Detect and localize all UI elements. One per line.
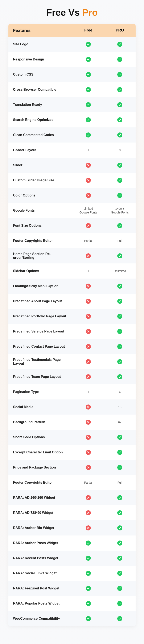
pro-cell [104, 312, 135, 320]
check-icon [86, 102, 91, 107]
pro-cell [104, 614, 135, 623]
feature-name: RARA: AD 728*90 Widget [9, 511, 73, 515]
pro-cell [104, 433, 135, 442]
check-icon [86, 42, 91, 47]
check-icon [86, 132, 91, 138]
pro-cell: 8 [104, 146, 135, 154]
feature-name: Font Size Options [9, 224, 73, 228]
check-icon [117, 616, 122, 621]
table-row: Header Layout18 [9, 142, 135, 158]
table-row: Font Size Options [9, 218, 135, 233]
free-cell [73, 599, 104, 608]
pro-cell [104, 508, 135, 517]
free-cell [73, 342, 104, 351]
feature-name: Color Options [9, 194, 73, 197]
table-row: Short Code Options [9, 430, 135, 445]
check-icon [86, 571, 91, 576]
pro-cell [104, 116, 135, 124]
check-icon [117, 435, 122, 440]
feature-name: Header Layout [9, 148, 73, 152]
check-icon [117, 571, 122, 576]
cross-icon [86, 329, 91, 334]
cross-icon [86, 299, 91, 304]
pro-cell [104, 86, 135, 94]
free-cell [73, 282, 104, 290]
cross-icon [86, 344, 91, 349]
check-icon [117, 57, 122, 62]
table-row: Predefined Contact Page Layout [9, 339, 135, 354]
table-row: WooCommerce Compatibility [9, 611, 135, 626]
free-cell [73, 463, 104, 472]
free-cell [73, 312, 104, 320]
cross-icon [86, 253, 91, 258]
free-cell [73, 569, 104, 578]
free-cell [73, 222, 104, 230]
comparison-table: Features Free PRO Site LogoResponsive De… [9, 24, 135, 626]
pro-value: 8 [119, 148, 121, 152]
check-icon [86, 601, 91, 606]
table-row: Background Pattern67 [9, 414, 135, 430]
feature-name: Floating/Sticky Menu Option [9, 284, 73, 288]
check-icon [117, 329, 122, 334]
feature-name: Predefined Contact Page Layout [9, 345, 73, 348]
check-icon [86, 57, 91, 62]
free-cell [73, 584, 104, 592]
header-free: Free [73, 26, 104, 34]
pro-value: 4 [119, 390, 121, 394]
pro-cell [104, 554, 135, 562]
check-icon [117, 178, 122, 183]
title-part1: Free Vs [46, 7, 82, 18]
table-row: Predefined Portfolio Page Layout [9, 309, 135, 324]
cross-icon [86, 284, 91, 288]
pro-cell: Full [104, 479, 135, 486]
check-icon [86, 586, 91, 591]
table-row: Excerpt Character Limit Option [9, 445, 135, 460]
free-cell [73, 448, 104, 456]
table-row: Google FontsLimited Google Fonts1400 + G… [9, 203, 135, 218]
feature-name: WooCommerce Compatibility [9, 617, 73, 620]
free-cell: Limited Google Fonts [73, 205, 104, 216]
pro-cell [104, 222, 135, 230]
feature-name: Social Media [9, 405, 73, 409]
pro-cell: 67 [104, 418, 135, 426]
cross-icon [86, 450, 91, 455]
table-row: Search Engine Optimized [9, 112, 135, 128]
cross-icon [86, 510, 91, 515]
feature-name: RARA: AD 260*260 Widget [9, 496, 73, 500]
free-cell [73, 554, 104, 562]
pro-cell [104, 40, 135, 48]
check-icon [117, 42, 122, 47]
pro-cell [104, 191, 135, 200]
cross-icon [86, 359, 91, 364]
table-row: Predefined Team Page Layout [9, 369, 135, 384]
pro-cell: 1400 + Google Fonts [104, 205, 135, 216]
feature-name: Responsive Design [9, 58, 73, 61]
feature-name: Custom CSS [9, 73, 73, 76]
table-row: RARA: Recent Posts Widget [9, 550, 135, 566]
free-cell [73, 252, 104, 260]
feature-name: Cross Browser Compatible [9, 88, 73, 92]
free-cell: Partial [73, 237, 104, 244]
check-icon [117, 193, 122, 198]
table-row: RARA: Social Links Widget [9, 566, 135, 581]
cross-icon [86, 374, 91, 379]
free-value: 1 [87, 148, 89, 152]
feature-name: RARA: Social Links Widget [9, 571, 73, 575]
feature-name: Predefined Testimonials Page Layout [9, 358, 73, 366]
pro-cell [104, 569, 135, 578]
feature-name: Search Engine Optimized [9, 118, 73, 122]
free-cell [73, 100, 104, 109]
table-row: Social Media13 [9, 400, 135, 414]
free-cell [73, 418, 104, 426]
table-row: Pagination Type14 [9, 384, 135, 400]
table-row: RARA: AD 728*90 Widget [9, 505, 135, 520]
cross-icon [86, 526, 91, 530]
feature-name: Price and Package Section [9, 466, 73, 469]
cross-icon [86, 404, 91, 410]
free-cell [73, 55, 104, 64]
check-icon [117, 102, 122, 107]
header-features: Features [9, 28, 73, 33]
cross-icon [86, 193, 91, 198]
table-row: Custom Slider Image Size [9, 173, 135, 188]
free-value: Partial [84, 481, 92, 484]
